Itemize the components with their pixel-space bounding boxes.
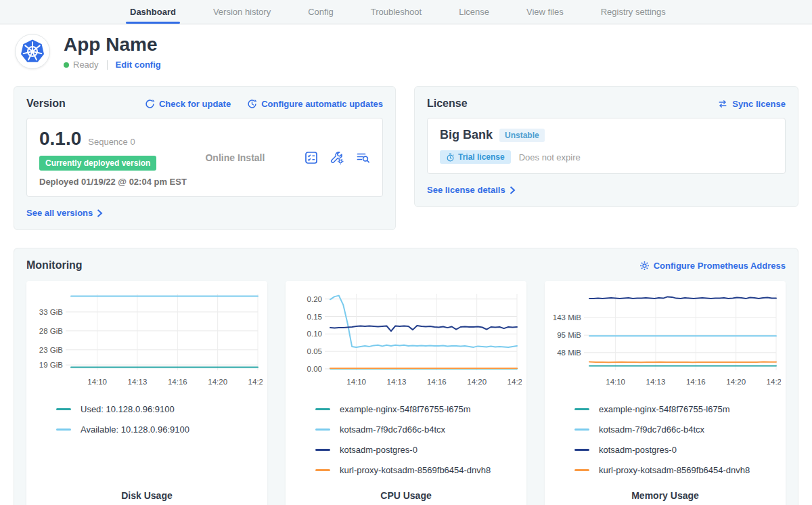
- legend-label: kurl-proxy-kotsadm-8569fb6454-dnvh8: [599, 465, 750, 475]
- tab-config[interactable]: Config: [308, 0, 334, 24]
- cpu-usage-legend: example-nginx-54f8f76755-l675mkotsadm-7f…: [315, 404, 521, 475]
- tab-troubleshoot[interactable]: Troubleshoot: [371, 0, 422, 24]
- clock-arrow-icon: [247, 99, 257, 109]
- svg-text:14:23: 14:23: [508, 378, 522, 386]
- legend-item: example-nginx-54f8f76755-l675m: [315, 404, 521, 414]
- tab-view-files[interactable]: View files: [526, 0, 564, 24]
- svg-text:0.05: 0.05: [307, 347, 322, 355]
- legend-item: kurl-proxy-kotsadm-8569fb6454-dnvh8: [574, 465, 780, 475]
- legend-label: kotsadm-7f9dc7d66c-b4tcx: [599, 424, 704, 435]
- legend-swatch: [315, 469, 330, 471]
- legend-swatch: [315, 449, 330, 451]
- view-config-icon[interactable]: [330, 150, 344, 165]
- see-license-details-link[interactable]: See license details: [427, 185, 516, 195]
- sync-license-label: Sync license: [732, 99, 786, 109]
- legend-swatch: [315, 408, 330, 410]
- svg-text:14:16: 14:16: [168, 378, 187, 386]
- tab-registry-settings[interactable]: Registry settings: [601, 0, 666, 24]
- svg-text:0.15: 0.15: [307, 313, 322, 321]
- cpu-usage-title: CPU Usage: [291, 490, 521, 504]
- configure-auto-updates-link[interactable]: Configure automatic updates: [247, 99, 383, 109]
- stopwatch-icon: [446, 153, 455, 162]
- disk-usage-title: Disk Usage: [32, 490, 262, 504]
- legend-item: Available: 10.128.0.96:9100: [56, 424, 262, 435]
- svg-text:14:10: 14:10: [346, 378, 366, 386]
- svg-text:48 MiB: 48 MiB: [557, 349, 581, 357]
- svg-text:14:20: 14:20: [726, 378, 746, 386]
- svg-text:33 GiB: 33 GiB: [39, 308, 63, 316]
- svg-text:14:16: 14:16: [686, 378, 706, 386]
- tab-version-history[interactable]: Version history: [213, 0, 271, 24]
- legend-swatch: [56, 408, 71, 410]
- preflight-checks-icon[interactable]: [304, 150, 319, 165]
- sync-icon: [717, 99, 728, 109]
- license-panel-title: License: [427, 97, 468, 110]
- sequence-label: Sequence 0: [88, 137, 135, 147]
- legend-item: kotsadm-7f9dc7d66c-b4tcx: [315, 424, 521, 435]
- chevron-right-icon: [97, 209, 103, 217]
- monitoring-title: Monitoring: [26, 259, 83, 271]
- deploy-logs-icon[interactable]: [355, 150, 370, 165]
- refresh-icon: [145, 99, 155, 109]
- trial-license-badge: Trial license: [440, 150, 511, 164]
- see-license-details-label: See license details: [427, 185, 505, 195]
- license-customer-name: Big Bank: [440, 128, 493, 142]
- legend-label: kurl-proxy-kotsadm-8569fb6454-dnvh8: [340, 465, 491, 475]
- license-card: Big Bank Unstable Trial license Does not…: [427, 118, 786, 174]
- legend-label: example-nginx-54f8f76755-l675m: [599, 404, 730, 414]
- legend-item: kotsadm-postgres-0: [315, 445, 521, 455]
- divider: [107, 60, 108, 70]
- legend-item: kurl-proxy-kotsadm-8569fb6454-dnvh8: [315, 465, 521, 475]
- disk-usage-chart: 19 GiB23 GiB28 GiB33 GiB14:1014:1314:161…: [32, 289, 263, 396]
- svg-text:19 GiB: 19 GiB: [39, 361, 63, 369]
- channel-badge: Unstable: [499, 129, 545, 142]
- svg-text:14:13: 14:13: [128, 378, 148, 386]
- memory-usage-legend: example-nginx-54f8f76755-l675mkotsadm-7f…: [574, 404, 780, 475]
- svg-text:14:13: 14:13: [387, 378, 407, 386]
- legend-swatch: [574, 408, 589, 410]
- tab-dashboard[interactable]: Dashboard: [130, 0, 176, 24]
- memory-usage-chart: 48 MiB95 MiB143 MiB14:1014:1314:1614:201…: [550, 289, 781, 396]
- kubernetes-logo-icon: [19, 38, 46, 65]
- disk-usage-card: 19 GiB23 GiB28 GiB33 GiB14:1014:1314:161…: [26, 281, 267, 505]
- svg-text:0.00: 0.00: [307, 365, 322, 373]
- deployed-timestamp: Deployed 01/19/22 @ 02:04 pm EST: [39, 177, 187, 187]
- legend-label: example-nginx-54f8f76755-l675m: [340, 404, 471, 414]
- page-title: App Name: [64, 34, 161, 56]
- cpu-usage-chart: 0.000.050.100.150.2014:1014:1314:1614:20…: [291, 289, 522, 396]
- legend-label: kotsadm-7f9dc7d66c-b4tcx: [340, 424, 445, 435]
- configure-auto-updates-label: Configure automatic updates: [261, 99, 383, 109]
- svg-text:28 GiB: 28 GiB: [39, 327, 63, 335]
- legend-label: kotsadm-postgres-0: [599, 445, 677, 455]
- install-type-label: Online Install: [205, 152, 265, 163]
- legend-swatch: [574, 469, 589, 471]
- trial-license-label: Trial license: [458, 152, 505, 162]
- current-version-card: 0.1.0 Sequence 0 Currently deployed vers…: [26, 118, 383, 197]
- svg-text:14:20: 14:20: [208, 378, 227, 386]
- legend-swatch: [574, 449, 589, 451]
- check-for-update-label: Check for update: [159, 99, 231, 109]
- monitoring-panel: Monitoring Configure Prometheus Address …: [14, 248, 798, 505]
- version-panel: Version Check for update Configure au: [14, 86, 396, 230]
- license-panel: License Sync license Big Bank Unstable: [414, 86, 798, 207]
- see-all-versions-link[interactable]: See all versions: [26, 208, 103, 218]
- memory-usage-title: Memory Usage: [550, 490, 780, 504]
- check-for-update-link[interactable]: Check for update: [145, 99, 231, 109]
- svg-text:14:23: 14:23: [248, 378, 263, 386]
- sync-license-link[interactable]: Sync license: [717, 99, 786, 109]
- gear-icon: [639, 261, 650, 271]
- svg-text:14:10: 14:10: [87, 378, 107, 386]
- see-all-versions-label: See all versions: [26, 208, 93, 218]
- deployed-badge: Currently deployed version: [39, 156, 156, 171]
- version-panel-title: Version: [26, 97, 66, 110]
- tab-license[interactable]: License: [459, 0, 489, 24]
- app-avatar: [15, 34, 50, 69]
- configure-prometheus-link[interactable]: Configure Prometheus Address: [639, 261, 786, 271]
- edit-config-link[interactable]: Edit config: [116, 60, 161, 70]
- configure-prometheus-label: Configure Prometheus Address: [654, 261, 786, 271]
- disk-usage-legend: Used: 10.128.0.96:9100Available: 10.128.…: [56, 404, 262, 435]
- legend-item: Used: 10.128.0.96:9100: [56, 404, 262, 414]
- legend-label: kotsadm-postgres-0: [340, 445, 418, 455]
- svg-text:14:13: 14:13: [646, 378, 666, 386]
- svg-text:0.10: 0.10: [307, 330, 322, 338]
